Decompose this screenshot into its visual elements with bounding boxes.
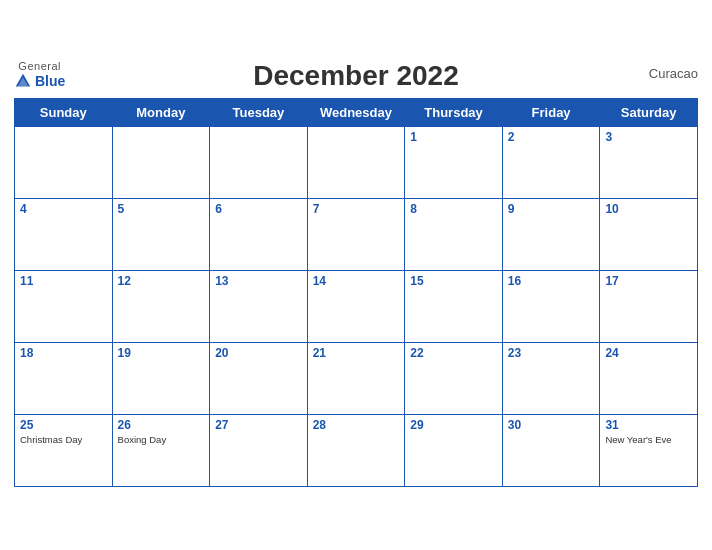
day-number: 27 — [215, 418, 302, 432]
holiday-label: Boxing Day — [118, 434, 205, 445]
table-row: 3 — [600, 126, 698, 198]
logo-blue: Blue — [35, 74, 65, 88]
day-number: 2 — [508, 130, 595, 144]
day-number: 24 — [605, 346, 692, 360]
table-row: 8 — [405, 198, 503, 270]
col-friday: Friday — [502, 98, 600, 126]
table-row: 21 — [307, 342, 405, 414]
col-monday: Monday — [112, 98, 210, 126]
table-row: 4 — [15, 198, 113, 270]
day-number: 5 — [118, 202, 205, 216]
day-number: 23 — [508, 346, 595, 360]
day-number: 16 — [508, 274, 595, 288]
table-row: 28 — [307, 414, 405, 486]
header-row: Sunday Monday Tuesday Wednesday Thursday… — [15, 98, 698, 126]
logo: General Blue — [14, 61, 65, 90]
week-row-1: 45678910 — [15, 198, 698, 270]
day-number: 21 — [313, 346, 400, 360]
table-row — [15, 126, 113, 198]
table-row: 16 — [502, 270, 600, 342]
holiday-label: New Year's Eve — [605, 434, 692, 445]
table-row: 7 — [307, 198, 405, 270]
day-number: 11 — [20, 274, 107, 288]
table-row: 14 — [307, 270, 405, 342]
table-row: 26Boxing Day — [112, 414, 210, 486]
week-row-4: 25Christmas Day26Boxing Day2728293031New… — [15, 414, 698, 486]
day-number: 30 — [508, 418, 595, 432]
holiday-label: Christmas Day — [20, 434, 107, 445]
day-number: 17 — [605, 274, 692, 288]
day-number: 3 — [605, 130, 692, 144]
day-number: 13 — [215, 274, 302, 288]
day-number: 20 — [215, 346, 302, 360]
table-row: 25Christmas Day — [15, 414, 113, 486]
table-row — [307, 126, 405, 198]
day-number: 4 — [20, 202, 107, 216]
table-row: 10 — [600, 198, 698, 270]
table-row: 30 — [502, 414, 600, 486]
col-saturday: Saturday — [600, 98, 698, 126]
table-row — [112, 126, 210, 198]
col-thursday: Thursday — [405, 98, 503, 126]
week-row-3: 18192021222324 — [15, 342, 698, 414]
day-number: 9 — [508, 202, 595, 216]
table-row: 11 — [15, 270, 113, 342]
col-tuesday: Tuesday — [210, 98, 308, 126]
table-row: 24 — [600, 342, 698, 414]
table-row: 27 — [210, 414, 308, 486]
day-number: 19 — [118, 346, 205, 360]
table-row: 20 — [210, 342, 308, 414]
day-number: 31 — [605, 418, 692, 432]
logo-icon — [14, 72, 32, 90]
table-row: 19 — [112, 342, 210, 414]
day-number: 26 — [118, 418, 205, 432]
day-number: 7 — [313, 202, 400, 216]
table-row: 15 — [405, 270, 503, 342]
table-row: 9 — [502, 198, 600, 270]
calendar-wrapper: General Blue December 2022 Curacao Sunda… — [0, 50, 712, 501]
calendar-title: December 2022 — [253, 60, 458, 92]
table-row: 5 — [112, 198, 210, 270]
week-row-0: 123 — [15, 126, 698, 198]
table-row: 12 — [112, 270, 210, 342]
calendar-header: General Blue December 2022 Curacao — [14, 60, 698, 92]
day-number: 18 — [20, 346, 107, 360]
day-number: 10 — [605, 202, 692, 216]
table-row: 2 — [502, 126, 600, 198]
logo-general: General — [18, 61, 61, 72]
day-number: 25 — [20, 418, 107, 432]
table-row: 31New Year's Eve — [600, 414, 698, 486]
day-number: 28 — [313, 418, 400, 432]
table-row — [210, 126, 308, 198]
day-number: 14 — [313, 274, 400, 288]
day-number: 8 — [410, 202, 497, 216]
day-number: 1 — [410, 130, 497, 144]
col-sunday: Sunday — [15, 98, 113, 126]
day-number: 6 — [215, 202, 302, 216]
table-row: 18 — [15, 342, 113, 414]
country-label: Curacao — [649, 66, 698, 81]
col-wednesday: Wednesday — [307, 98, 405, 126]
day-number: 29 — [410, 418, 497, 432]
table-row: 17 — [600, 270, 698, 342]
table-row: 1 — [405, 126, 503, 198]
table-row: 22 — [405, 342, 503, 414]
calendar-table: Sunday Monday Tuesday Wednesday Thursday… — [14, 98, 698, 487]
week-row-2: 11121314151617 — [15, 270, 698, 342]
day-number: 15 — [410, 274, 497, 288]
table-row: 29 — [405, 414, 503, 486]
table-row: 13 — [210, 270, 308, 342]
day-number: 12 — [118, 274, 205, 288]
day-number: 22 — [410, 346, 497, 360]
table-row: 6 — [210, 198, 308, 270]
table-row: 23 — [502, 342, 600, 414]
